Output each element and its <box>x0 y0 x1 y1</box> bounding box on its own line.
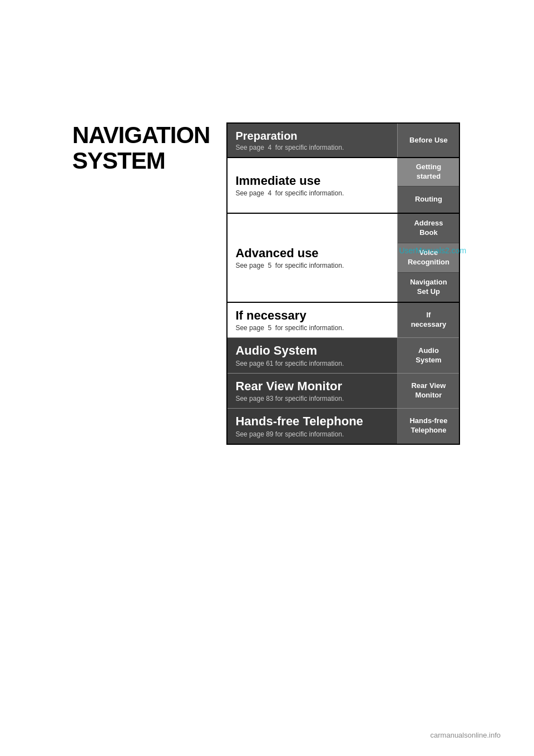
if-necessary-content: If necessary See page 5 for specific inf… <box>228 303 398 337</box>
sub-title: SYSTEM <box>72 148 210 174</box>
tab-audio-system[interactable]: AudioSystem <box>398 338 459 372</box>
audio-system-tabs: AudioSystem <box>398 338 459 372</box>
hands-free-tabs: Hands-freeTelephone <box>398 409 459 443</box>
tab-routing[interactable]: Routing <box>398 186 459 213</box>
tab-hands-free[interactable]: Hands-freeTelephone <box>398 409 459 443</box>
advanced-use-sub: See page 5 for specific information. <box>235 262 389 269</box>
audio-system-title: Audio System <box>235 343 389 358</box>
rear-view-title: Rear View Monitor <box>235 379 389 394</box>
immediate-use-title: Immediate use <box>235 174 389 188</box>
rear-view-tabs: Rear ViewMonitor <box>398 374 459 408</box>
audio-system-row: Audio System See page 61 for specific in… <box>228 338 459 373</box>
nav-table: Preparation See page 4 for specific info… <box>226 122 460 445</box>
if-necessary-tabs: Ifnecessary <box>398 303 459 337</box>
immediate-use-sub: See page 4 for specific information. <box>235 189 389 197</box>
preparation-row: Preparation See page 4 for specific info… <box>228 124 459 158</box>
preparation-content: Preparation See page 4 for specific info… <box>228 124 398 157</box>
audio-system-sub: See page 61 for specific information. <box>235 360 389 367</box>
advanced-use-tabs: AddressBook VoiceRecognition NavigationS… <box>398 214 459 302</box>
rear-view-sub: See page 83 for specific information. <box>235 395 389 402</box>
immediate-use-content: Immediate use See page 4 for specific in… <box>228 158 398 213</box>
rear-view-monitor-row: Rear View Monitor See page 83 for specif… <box>228 374 459 409</box>
rear-view-content: Rear View Monitor See page 83 for specif… <box>228 374 398 408</box>
tab-getting-started[interactable]: Gettingstarted <box>398 158 459 186</box>
advanced-use-title: Advanced use <box>235 246 389 261</box>
tab-before-use[interactable]: Before Use <box>398 124 459 157</box>
preparation-sub: See page 4 for specific information. <box>235 144 389 151</box>
audio-system-content: Audio System See page 61 for specific in… <box>228 338 398 372</box>
preparation-title: Preparation <box>235 129 389 143</box>
tab-voice-recognition[interactable]: VoiceRecognition <box>398 243 459 273</box>
if-necessary-sub: See page 5 for specific information. <box>235 324 389 332</box>
hands-free-title: Hands-free Telephone <box>235 414 389 429</box>
footer-watermark: carmanualsonline.info <box>431 731 501 739</box>
advanced-use-content: Advanced use See page 5 for specific inf… <box>228 214 398 302</box>
tab-if-necessary[interactable]: Ifnecessary <box>398 303 459 337</box>
hands-free-sub: See page 89 for specific information. <box>235 430 389 438</box>
if-necessary-row: If necessary See page 5 for specific inf… <box>228 303 459 338</box>
if-necessary-title: If necessary <box>235 308 389 323</box>
main-title: NAVIGATION <box>72 122 210 148</box>
tab-navigation-setup[interactable]: NavigationSet Up <box>398 273 459 302</box>
hands-free-row: Hands-free Telephone See page 89 for spe… <box>228 409 459 443</box>
immediate-use-row: Immediate use See page 4 for specific in… <box>228 158 459 214</box>
page-container: NAVIGATION SYSTEM UserManuals2.com Prepa… <box>0 0 534 756</box>
advanced-use-row: Advanced use See page 5 for specific inf… <box>228 214 459 303</box>
preparation-tabs: Before Use <box>398 124 459 157</box>
tab-rear-view-monitor[interactable]: Rear ViewMonitor <box>398 374 459 408</box>
tab-address-book[interactable]: AddressBook <box>398 214 459 243</box>
hands-free-content: Hands-free Telephone See page 89 for spe… <box>228 409 398 443</box>
immediate-use-tabs: Gettingstarted Routing <box>398 158 459 213</box>
title-block: NAVIGATION SYSTEM <box>72 122 210 174</box>
title-nav: NAVIGATION <box>72 122 210 148</box>
